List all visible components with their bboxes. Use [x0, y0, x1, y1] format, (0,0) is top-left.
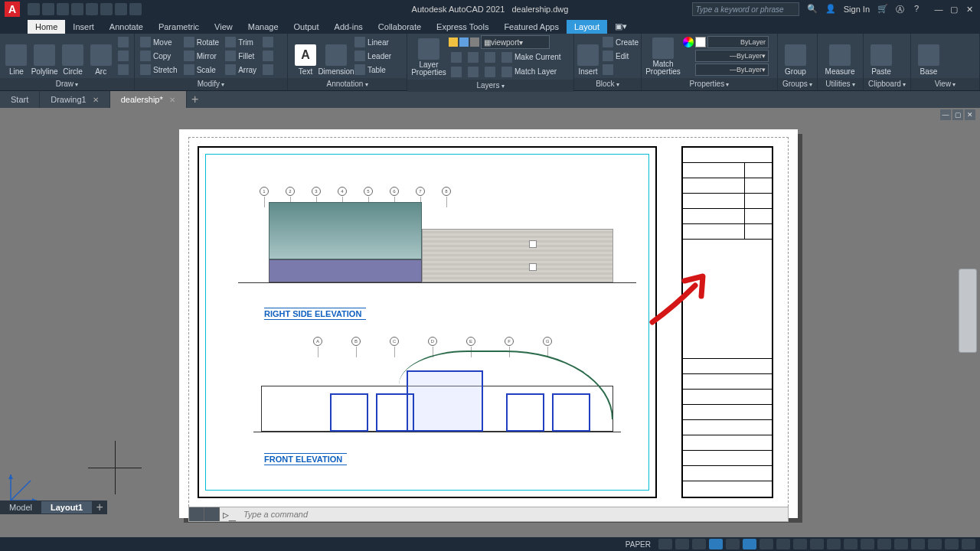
block-more-button[interactable] [600, 64, 641, 77]
status-customize-icon[interactable] [962, 539, 975, 549]
status-otrack-icon[interactable] [760, 539, 773, 549]
ribbon-tab-parametric[interactable]: Parametric [151, 20, 207, 34]
file-tab-add-button[interactable]: + [187, 93, 204, 106]
navigation-bar[interactable] [959, 269, 977, 353]
layer-tool6[interactable] [482, 65, 498, 78]
linetype-icon[interactable] [683, 64, 694, 75]
qat-undo-icon[interactable] [100, 3, 113, 15]
ribbon-tab-featured[interactable]: Featured Apps [496, 20, 567, 34]
fillet-button[interactable]: Fillet [223, 50, 259, 63]
search-icon[interactable]: 🔍 [807, 4, 818, 15]
layer-dropdown[interactable]: ▦ viewport ▾ [481, 35, 550, 49]
status-transparency-icon[interactable] [793, 539, 807, 549]
layout-viewport[interactable]: 1 2 3 4 5 6 7 8 [205, 154, 649, 491]
status-lwt-icon[interactable] [776, 539, 790, 549]
user-icon[interactable]: 👤 [825, 4, 836, 15]
status-grid-icon[interactable] [658, 539, 672, 549]
paste-button[interactable]: Paste [867, 36, 896, 76]
qat-saveas-icon[interactable] [71, 3, 83, 15]
leader-button[interactable]: Leader [352, 50, 394, 63]
qat-plot-icon[interactable] [86, 3, 98, 15]
polyline-button[interactable]: Polyline [31, 36, 58, 76]
modify-ext3[interactable] [260, 64, 276, 77]
status-polar-icon[interactable] [709, 539, 723, 549]
measure-button[interactable]: Measure [821, 36, 859, 76]
array-button[interactable]: Array [223, 64, 259, 77]
layer-tool1[interactable] [449, 51, 464, 64]
panel-title-utilities[interactable]: Utilities [818, 78, 863, 90]
draw-ext2[interactable] [116, 50, 131, 63]
ribbon-tab-insert[interactable]: Insert [65, 20, 102, 34]
modify-ext1[interactable] [260, 36, 276, 49]
lock-icon[interactable] [470, 37, 479, 47]
close-icon[interactable]: ✕ [93, 96, 99, 104]
rotate-button[interactable]: Rotate [181, 36, 221, 49]
layer-tool4[interactable] [449, 65, 464, 78]
file-tab-start[interactable]: Start [0, 91, 40, 108]
move-button[interactable]: Move [138, 36, 180, 49]
draw-ext3[interactable] [116, 64, 131, 77]
ribbon-tab-extra-icon[interactable]: ▣▾ [607, 19, 635, 34]
status-annovis-icon[interactable] [844, 539, 858, 549]
circle-button[interactable]: Circle [60, 36, 87, 76]
cmd-close-icon[interactable] [189, 507, 204, 521]
minimize-button[interactable]: — [933, 4, 945, 15]
layout-tab-model[interactable]: Model [0, 501, 41, 514]
base-button[interactable]: Base [914, 36, 943, 76]
app-menu-button[interactable]: A [5, 2, 20, 17]
close-icon[interactable]: ✕ [169, 96, 175, 104]
mirror-button[interactable]: Mirror [181, 50, 221, 63]
cmd-customize-icon[interactable] [204, 507, 220, 521]
ribbon-tab-output[interactable]: Output [286, 20, 327, 34]
ribbon-tab-layout[interactable]: Layout [567, 20, 607, 34]
layer-properties-button[interactable]: Layer Properties [410, 37, 447, 77]
panel-title-groups[interactable]: Groups [778, 78, 817, 90]
qat-new-icon[interactable] [28, 3, 40, 15]
panel-title-block[interactable]: Block [574, 78, 641, 90]
command-line[interactable]: ▹_ [188, 507, 789, 522]
text-button[interactable]: AText [291, 36, 320, 76]
draw-ext1[interactable] [116, 36, 131, 49]
lineweight-icon[interactable] [683, 51, 694, 61]
ribbon-tab-home[interactable]: Home [28, 20, 65, 34]
ribbon-tab-manage[interactable]: Manage [240, 20, 286, 34]
sign-in-link[interactable]: Sign In [844, 5, 870, 14]
linear-button[interactable]: Linear [352, 36, 394, 49]
drawing-area[interactable]: — ▢ ✕ [0, 108, 980, 528]
doc-minimize-button[interactable]: — [940, 109, 951, 120]
panel-title-properties[interactable]: Properties [642, 78, 777, 90]
insert-button[interactable]: Insert [577, 36, 599, 76]
layer-tool5[interactable] [466, 65, 481, 78]
color-dropdown[interactable]: ByLayer [707, 36, 769, 48]
arc-button[interactable]: Arc [87, 36, 114, 76]
cart-icon[interactable]: 🛒 [877, 4, 888, 15]
doc-close-button[interactable]: ✕ [965, 109, 975, 120]
trim-button[interactable]: Trim [223, 36, 259, 49]
qat-open-icon[interactable] [42, 3, 54, 15]
dimension-button[interactable]: Dimension [322, 36, 351, 76]
ribbon-tab-addins[interactable]: Add-ins [327, 20, 371, 34]
modify-ext2[interactable] [260, 50, 276, 63]
status-annoscale-icon[interactable] [827, 539, 841, 549]
stretch-button[interactable]: Stretch [138, 64, 180, 77]
ribbon-tab-express[interactable]: Express Tools [429, 20, 496, 34]
panel-title-modify[interactable]: Modify [135, 78, 287, 90]
line-button[interactable]: Line [3, 36, 30, 76]
panel-title-draw[interactable]: Draw [0, 78, 134, 90]
freeze-icon[interactable] [459, 37, 469, 47]
maximize-button[interactable]: ▢ [948, 4, 960, 15]
panel-title-annotation[interactable]: Annotation [288, 78, 407, 90]
table-button[interactable]: Table [352, 64, 394, 77]
file-tab-drawing1[interactable]: Drawing1✕ [40, 91, 109, 108]
qat-print-icon[interactable] [129, 3, 142, 15]
status-gear-icon[interactable] [861, 539, 874, 549]
match-layer-button[interactable]: Match Layer [499, 65, 559, 78]
space-indicator[interactable]: PAPER [626, 540, 651, 549]
layout-tab-add-button[interactable]: + [92, 500, 107, 514]
status-monitor-icon[interactable] [894, 539, 908, 549]
status-cycling-icon[interactable] [810, 539, 824, 549]
status-workspace-icon[interactable] [877, 539, 891, 549]
close-button[interactable]: ✕ [963, 4, 975, 15]
group-button[interactable]: Group [781, 36, 810, 76]
qat-redo-icon[interactable] [115, 3, 127, 15]
